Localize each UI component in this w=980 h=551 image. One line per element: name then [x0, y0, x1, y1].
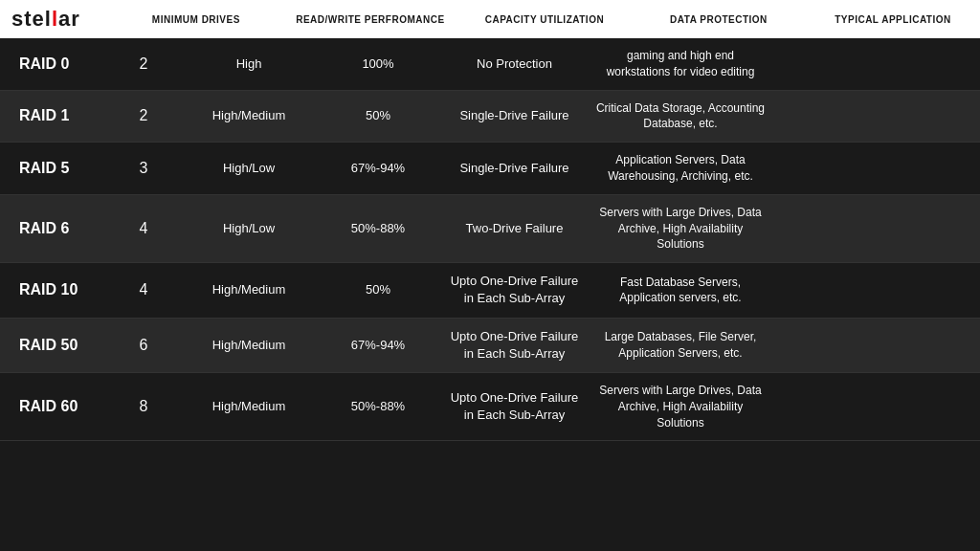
cell-capacity: 100%	[316, 46, 440, 82]
cell-rw: High/Medium	[182, 388, 316, 425]
cell-capacity: 67%-94%	[316, 150, 440, 187]
col-rw: READ/WRITE PERFROMANCE	[283, 14, 457, 25]
header-columns: MINIMUM DRIVES READ/WRITE PERFROMANCE CA…	[109, 14, 980, 25]
cell-application: gaming and high end workstations for vid…	[589, 38, 772, 90]
cell-min-drives: 6	[105, 325, 182, 365]
cell-min-drives: 3	[105, 148, 182, 188]
col-application: TYPICAL APPLICATION	[806, 14, 980, 25]
table-row: RAID 60 8 High/Medium 50%-88% Upto One-D…	[0, 373, 980, 441]
col-protection: DATA PROTECTION	[632, 14, 806, 25]
table-row: RAID 1 2 High/Medium 50% Single-Drive Fa…	[0, 91, 980, 143]
cell-raid: RAID 10	[0, 270, 105, 310]
cell-min-drives: 8	[105, 386, 182, 427]
cell-protection: Single-Drive Failure	[440, 150, 589, 187]
header: stellar MINIMUM DRIVES READ/WRITE PERFRO…	[0, 0, 980, 38]
cell-rw: High	[182, 46, 316, 82]
table-row: RAID 6 4 High/Low 50%-88% Two-Drive Fail…	[0, 195, 980, 263]
logo-text: stellar	[11, 7, 80, 32]
table-body: RAID 0 2 High 100% No Protection gaming …	[0, 38, 980, 441]
table-row: RAID 10 4 High/Medium 50% Upto One-Drive…	[0, 263, 980, 318]
cell-capacity: 50%-88%	[316, 210, 440, 247]
cell-capacity: 50%	[316, 272, 440, 308]
cell-protection: Single-Drive Failure	[440, 98, 589, 134]
cell-application: Critical Data Storage, Accounting Databa…	[589, 91, 772, 143]
logo-dot: l	[52, 7, 58, 31]
cell-raid: RAID 1	[0, 96, 105, 136]
cell-application: Servers with Large Drives, Data Archive,…	[589, 373, 772, 440]
cell-raid: RAID 50	[0, 325, 105, 365]
cell-application: Servers with Large Drives, Data Archive,…	[589, 195, 772, 262]
cell-capacity: 50%	[316, 98, 440, 134]
cell-capacity: 50%-88%	[316, 388, 440, 425]
cell-protection: Upto One-Drive Failure in Each Sub-Array	[440, 263, 589, 317]
cell-application: Fast Database Servers, Application serve…	[589, 265, 772, 317]
cell-min-drives: 4	[105, 270, 182, 310]
cell-protection: Two-Drive Failure	[440, 210, 589, 247]
table-row: RAID 50 6 High/Medium 67%-94% Upto One-D…	[0, 319, 980, 373]
col-capacity: CAPACITY UTILIZATION	[457, 14, 632, 25]
cell-raid: RAID 5	[0, 148, 105, 188]
cell-protection: Upto One-Drive Failure in Each Sub-Array	[440, 380, 589, 433]
cell-min-drives: 2	[105, 44, 182, 84]
table-row: RAID 5 3 High/Low 67%-94% Single-Drive F…	[0, 143, 980, 195]
cell-rw: High/Medium	[182, 98, 316, 134]
logo: stellar	[11, 7, 80, 32]
table-row: RAID 0 2 High 100% No Protection gaming …	[0, 38, 980, 91]
cell-application: Application Servers, Data Warehousing, A…	[589, 143, 772, 194]
cell-rw: High/Medium	[182, 272, 316, 308]
col-min-drives: MINIMUM DRIVES	[109, 14, 283, 25]
cell-protection: No Protection	[440, 46, 589, 82]
cell-protection: Upto One-Drive Failure in Each Sub-Array	[440, 319, 589, 372]
cell-rw: High/Low	[182, 210, 316, 247]
cell-min-drives: 2	[105, 96, 182, 136]
cell-application: Large Databases, File Server, Applicatio…	[589, 320, 772, 371]
cell-raid: RAID 6	[0, 209, 105, 249]
cell-min-drives: 4	[105, 209, 182, 249]
cell-raid: RAID 60	[0, 386, 105, 427]
cell-raid: RAID 0	[0, 44, 105, 84]
cell-rw: High/Medium	[182, 327, 316, 364]
cell-capacity: 67%-94%	[316, 327, 440, 364]
cell-rw: High/Low	[182, 150, 316, 187]
